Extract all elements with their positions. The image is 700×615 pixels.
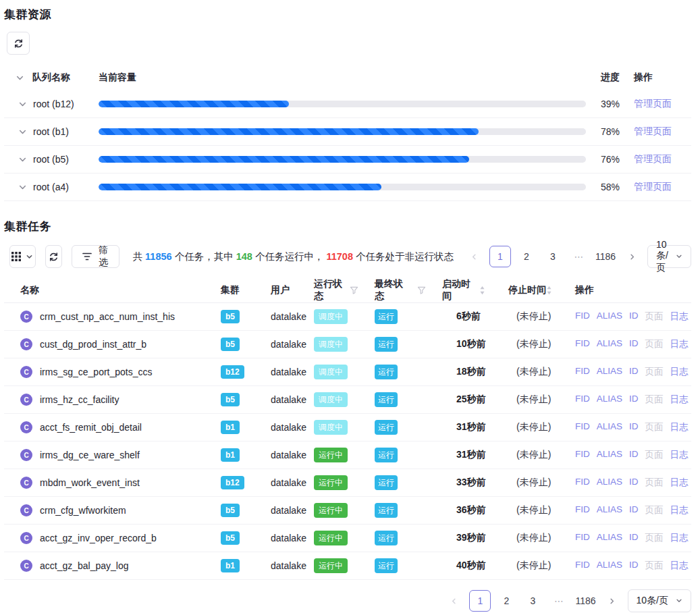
page-size-select[interactable]: 10条/页 (628, 589, 691, 612)
next-page-icon[interactable] (601, 590, 623, 612)
filter-button-label: 筛选 (98, 244, 108, 269)
queue-name: root (a4) (33, 182, 69, 192)
row-expander-chevron-icon[interactable] (18, 155, 27, 164)
log-link[interactable]: 日志 (670, 338, 689, 350)
refresh-icon (49, 252, 59, 262)
id-link[interactable]: ID (629, 477, 639, 489)
page-number-1[interactable]: 1 (489, 246, 511, 267)
filter-button[interactable]: 筛选 (72, 245, 119, 268)
alias-link[interactable]: ALIAS (597, 477, 622, 489)
filter-funnel-icon[interactable] (350, 286, 358, 294)
page-size-select[interactable]: 10条/页 (647, 245, 691, 268)
page-number-2[interactable]: 2 (495, 590, 517, 612)
fid-link[interactable]: FID (575, 394, 590, 406)
cluster-badge: b5 (221, 504, 240, 517)
page-number-3[interactable]: 3 (542, 246, 564, 267)
log-link[interactable]: 日志 (670, 477, 689, 489)
page-ellipsis[interactable]: ⋯ (568, 246, 590, 267)
fid-link[interactable]: FID (575, 560, 590, 572)
final-status-badge: 运行 (375, 503, 398, 518)
fid-link[interactable]: FID (575, 421, 590, 433)
log-link[interactable]: 日志 (670, 421, 689, 433)
filter-funnel-icon[interactable] (417, 286, 426, 294)
task-row: C acct_gz_bal_pay_log b1 datalake 运行中 运行… (4, 552, 691, 580)
run-status-badge: 运行中 (314, 558, 348, 573)
fid-link[interactable]: FID (575, 532, 590, 544)
id-link[interactable]: ID (629, 449, 639, 461)
tasks-pagination-top: 1 2 3 ⋯ 1186 10条/页 (463, 245, 691, 268)
log-link[interactable]: 日志 (670, 449, 689, 461)
layout-dropdown-button[interactable] (9, 245, 36, 268)
row-expander-chevron-icon[interactable] (18, 100, 27, 109)
prev-page-icon[interactable] (463, 246, 485, 267)
log-link[interactable]: 日志 (670, 560, 689, 572)
grid-icon (11, 252, 21, 261)
fid-link[interactable]: FID (575, 449, 590, 461)
progress-percent: 39% (591, 99, 629, 109)
sorter-icon[interactable] (546, 286, 552, 295)
alias-link[interactable]: ALIAS (597, 532, 622, 544)
page-number-2[interactable]: 2 (516, 246, 537, 267)
row-expander-chevron-icon[interactable] (18, 128, 27, 136)
page-number-last[interactable]: 1186 (595, 246, 616, 267)
tasks-table: 名称 集群 用户 运行状态 最终状态 启动时间 (4, 277, 691, 580)
log-link[interactable]: 日志 (670, 366, 689, 378)
row-expander-chevron-icon[interactable] (18, 183, 27, 192)
page-link: 页面 (645, 560, 664, 572)
id-link[interactable]: ID (629, 532, 639, 544)
manage-page-link[interactable]: 管理页面 (634, 126, 672, 136)
filter-lines-icon (82, 252, 92, 261)
alias-link[interactable]: ALIAS (597, 394, 622, 406)
page-number-3[interactable]: 3 (522, 590, 543, 612)
fid-link[interactable]: FID (575, 338, 590, 350)
fid-link[interactable]: FID (575, 504, 590, 516)
capacity-progress (99, 128, 586, 135)
task-name: acct_fs_remit_obj_detail (40, 422, 142, 433)
task-avatar: C (20, 504, 32, 516)
page-ellipsis[interactable]: ⋯ (548, 590, 570, 612)
alias-link[interactable]: ALIAS (597, 449, 622, 461)
alias-link[interactable]: ALIAS (597, 338, 622, 350)
page-number-last[interactable]: 1186 (574, 590, 596, 612)
id-link[interactable]: ID (629, 338, 639, 350)
id-link[interactable]: ID (629, 421, 639, 433)
task-name: mbdm_work_event_inst (40, 477, 140, 488)
page-number-1[interactable]: 1 (469, 590, 491, 612)
fid-link[interactable]: FID (575, 311, 590, 323)
prev-page-icon[interactable] (443, 590, 464, 612)
tasks-refresh-button[interactable] (45, 245, 63, 268)
task-avatar: C (20, 338, 32, 350)
id-link[interactable]: ID (629, 504, 639, 516)
alias-link[interactable]: ALIAS (597, 366, 622, 378)
manage-page-link[interactable]: 管理页面 (634, 181, 672, 192)
alias-link[interactable]: ALIAS (597, 421, 622, 433)
alias-link[interactable]: ALIAS (597, 504, 622, 516)
fid-link[interactable]: FID (575, 477, 590, 489)
start-time: 6秒前 (426, 311, 492, 323)
page-link: 页面 (645, 449, 664, 461)
resources-refresh-button[interactable] (7, 32, 30, 55)
alias-link[interactable]: ALIAS (597, 311, 622, 323)
col-name: 名称 (20, 284, 39, 295)
collapse-all-chevron-icon[interactable] (16, 74, 24, 82)
resources-title: 集群资源 (4, 7, 691, 22)
sorter-icon[interactable] (479, 286, 485, 295)
log-link[interactable]: 日志 (670, 394, 689, 406)
next-page-icon[interactable] (621, 246, 643, 267)
fid-link[interactable]: FID (575, 366, 590, 378)
id-link[interactable]: ID (629, 366, 639, 378)
log-link[interactable]: 日志 (670, 532, 689, 544)
cluster-badge: b1 (221, 421, 240, 434)
manage-page-link[interactable]: 管理页面 (634, 153, 672, 164)
manage-page-link[interactable]: 管理页面 (634, 98, 672, 109)
page-link: 页面 (645, 532, 664, 544)
id-link[interactable]: ID (629, 560, 639, 572)
log-link[interactable]: 日志 (670, 311, 689, 323)
tasks-pagination-bottom-wrap: 1 2 3 ⋯ 1186 10条/页 (4, 589, 691, 612)
id-link[interactable]: ID (629, 311, 639, 323)
id-link[interactable]: ID (629, 394, 639, 406)
log-link[interactable]: 日志 (670, 504, 689, 516)
resource-row: root (b12) 39% 管理页面 (4, 90, 691, 118)
alias-link[interactable]: ALIAS (597, 560, 622, 572)
total-tasks-count: 11856 (145, 251, 172, 262)
